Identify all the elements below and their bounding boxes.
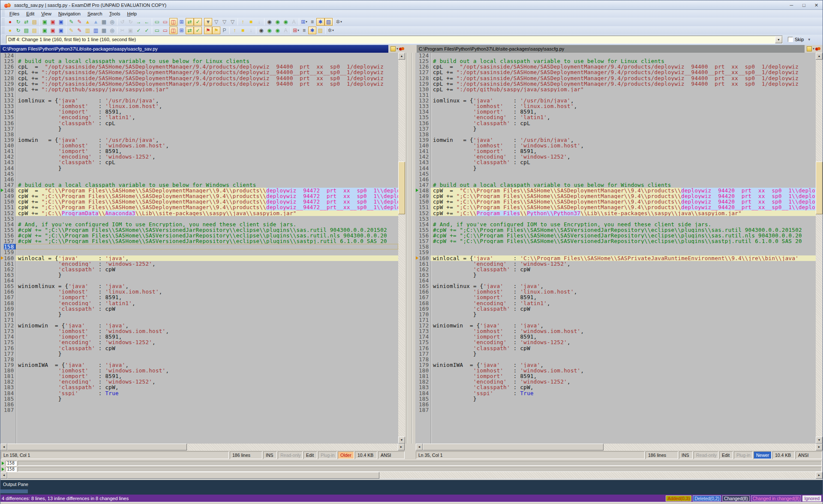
line-text[interactable]: } [16, 126, 398, 132]
code-line[interactable]: 175 'encoding' : 'windows-1252', [415, 339, 816, 345]
line-text[interactable] [16, 317, 398, 323]
line-text[interactable] [16, 402, 398, 407]
line-text[interactable]: # And, if you've configured IOM to use E… [431, 222, 816, 227]
line-text[interactable]: #cpW += ";C:\\Program Files\\SASHome\\SA… [431, 227, 816, 233]
dropdown-arrow-icon[interactable]: ▾ [297, 29, 299, 32]
second-horizontal-scrollbar[interactable]: ◄ ► [416, 444, 823, 450]
output-pane-tab[interactable] [0, 489, 28, 493]
line-text[interactable]: cpW += ";C:\\Program Files\\SASHome\\SAS… [431, 199, 816, 204]
line-text[interactable] [431, 278, 816, 283]
line-text[interactable] [431, 357, 816, 362]
line-text[interactable] [431, 216, 816, 222]
code-line[interactable]: 136 'classpath' : cpL [415, 120, 816, 126]
line-text[interactable]: 'encoding' : 'windows-1252', [431, 154, 816, 159]
chevron-down-icon[interactable]: ▾ [396, 47, 398, 51]
diff-dropdown-button[interactable]: ▼ [775, 36, 782, 43]
line-pane-horizontal-scrollbar[interactable]: ◄ ► [0, 472, 823, 479]
menu-tools[interactable]: Tools [106, 10, 124, 17]
code-line[interactable]: 157#cpW += ";C:\\Program Files\\SASHome\… [415, 238, 816, 244]
menu-navigation[interactable]: Navigation [55, 10, 84, 17]
line-text[interactable]: 'classpath' : cpW [16, 306, 398, 312]
line-text[interactable]: 'iomhost' : 'windows.iom.host', [16, 328, 398, 334]
code-line[interactable]: 140 'iomhost' : 'windows.iom.host', [415, 143, 816, 148]
scroll-track[interactable] [816, 60, 823, 437]
line-text[interactable]: cpW = "C:\\Program Files\\SASHome\\SASDe… [16, 188, 398, 193]
line-text[interactable]: 'iomhost' : 'linux.iom.host', [16, 103, 398, 109]
second-file-pane[interactable]: 124125# build out a local classpath vari… [415, 53, 823, 444]
line-text[interactable]: 'encoding' : 'latin1', [16, 114, 398, 120]
vertical-split-icon[interactable]: ◫ [169, 18, 177, 26]
code-line[interactable]: 129cpL += ":/opt/sasinside/SASHome/SASDe… [0, 81, 398, 87]
line-text[interactable]: # build out a local classpath variable t… [431, 58, 816, 64]
scroll-left-button[interactable]: ◄ [0, 472, 7, 479]
edit-first-file-icon[interactable]: ✎ [67, 18, 75, 26]
code-line[interactable]: 137 } [0, 126, 398, 132]
code-line[interactable]: 168 'encoding' : 'latin1', [0, 300, 398, 306]
code-line[interactable]: 128cpL += ":/opt/sasinside/SASHome/SASDe… [415, 75, 816, 81]
code-line[interactable]: 126cpL = "/opt/sasinside/SASHome/SASDepl… [415, 64, 816, 69]
copy-block-to-second-icon[interactable]: ▲ [92, 18, 100, 26]
second-file-code[interactable]: 124125# build out a local classpath vari… [415, 53, 816, 444]
code-line[interactable]: 158 [415, 244, 816, 249]
code-line[interactable]: 139iomwin = {'java' : '/usr/bin/java', [0, 137, 398, 143]
refresh-icon[interactable]: ↻ [14, 27, 22, 34]
redo-icon[interactable]: ↻ [126, 18, 135, 26]
code-line[interactable]: 183 'classpath' : cpW, [0, 384, 398, 390]
code-line[interactable]: 177 } [0, 351, 398, 357]
scroll-thumb[interactable] [398, 162, 405, 214]
line-text[interactable]: iomwin = {'java' : '/usr/bin/java', [16, 137, 398, 143]
scroll-track[interactable] [423, 444, 816, 450]
code-line[interactable]: 125# build out a local classpath variabl… [415, 58, 816, 64]
menu-grip[interactable] [2, 11, 5, 17]
chevron-down-icon[interactable]: ▾ [813, 47, 814, 51]
current-diff-icon[interactable]: ■ [239, 27, 247, 34]
line-text[interactable]: #cpW += ";C:\\Program Files\\SASHome\\SA… [16, 233, 398, 238]
save-both-icon[interactable]: ▣ [57, 18, 65, 26]
code-line[interactable]: 181 'iomport' : 8591, [0, 373, 398, 379]
code-line[interactable]: 160winlocal = {'java' : 'C:\\Program Fil… [415, 255, 816, 261]
scroll-right-button[interactable]: ► [398, 444, 405, 450]
app-logo-icon[interactable] [815, 46, 820, 51]
open-files-icon[interactable]: ▤ [30, 18, 39, 26]
line-text[interactable]: winiomIWA = {'java' : 'java', [431, 362, 816, 368]
line-text[interactable]: iomlinux = {'java' : '/usr/bin/java', [431, 98, 816, 103]
code-line[interactable]: 147# build out a local classpath variabl… [0, 182, 398, 188]
line-text[interactable]: 'iomport' : 8591, [431, 334, 816, 339]
copy-path-icon[interactable] [807, 46, 812, 51]
line-text[interactable]: 'encoding' : 'windows-1252', [431, 261, 816, 267]
options-icon[interactable]: ✲▾ [335, 18, 343, 26]
code-line[interactable]: 157#cpW += ";C:\\Program Files\\SASHome\… [0, 238, 398, 244]
code-line[interactable]: 125# build out a local classpath variabl… [0, 58, 398, 64]
scroll-track[interactable] [398, 60, 405, 437]
line-text[interactable]: cpW += ";C:\\Program Files\\SASHome\\SAS… [431, 193, 816, 199]
scroll-thumb[interactable] [423, 444, 604, 450]
code-line[interactable]: 182 'encoding' : 'windows-1252', [415, 379, 816, 384]
line-text[interactable]: cpL += ":/opt/github/saspy/java/saspyiom… [431, 87, 816, 92]
line-text[interactable]: cpW = "C:\\Program Files\\SASHome\\SASDe… [431, 188, 816, 193]
line-text[interactable]: 'encoding' : 'windows-1252', [16, 154, 398, 159]
scroll-up-button[interactable]: ▲ [398, 53, 405, 60]
synchronized-scrolling-icon[interactable]: ⇄ [186, 18, 194, 26]
line-text[interactable]: 'encoding' : 'windows-1252', [431, 339, 816, 345]
save-second-icon[interactable]: ▣ [49, 18, 57, 26]
code-line[interactable]: 172winiomwin = {'java' : 'java', [0, 323, 398, 328]
accept-right-change-icon[interactable]: ✓ [143, 27, 151, 34]
line-text[interactable]: 'iomhost' : 'windows.iom.host', [16, 143, 398, 148]
code-line[interactable]: 173 'iomhost' : 'windows.iom.host', [0, 328, 398, 334]
code-line[interactable]: 148cpW = "C:\\Program Files\\SASHome\\SA… [415, 188, 816, 193]
edit-second-file-icon[interactable]: ✎ [75, 18, 84, 26]
line-text[interactable]: } [16, 312, 398, 317]
line-text[interactable]: winlocal = {'java' : 'C:\\Program Files\… [431, 255, 816, 261]
toolbar2-grip[interactable] [2, 27, 5, 34]
line-text[interactable]: 'iomhost' : 'windows.iom.host', [16, 368, 398, 373]
line-text[interactable] [16, 171, 398, 177]
code-line[interactable]: 174 'iomport' : 8591, [415, 334, 816, 339]
scroll-right-button[interactable]: ► [816, 472, 823, 479]
code-line[interactable]: 144 } [0, 165, 398, 171]
save-second-file-icon[interactable]: ▣ [49, 27, 57, 34]
maximize-button[interactable]: □ [798, 1, 810, 9]
ignore-whitespace-icon[interactable]: ⚑ [212, 27, 220, 34]
code-line[interactable]: 134 'iomport' : 8591, [415, 109, 816, 114]
code-line[interactable]: 151cpW += ";C:\\Program Files\\SASHome\\… [0, 204, 398, 210]
skip-checkbox[interactable] [788, 37, 793, 42]
